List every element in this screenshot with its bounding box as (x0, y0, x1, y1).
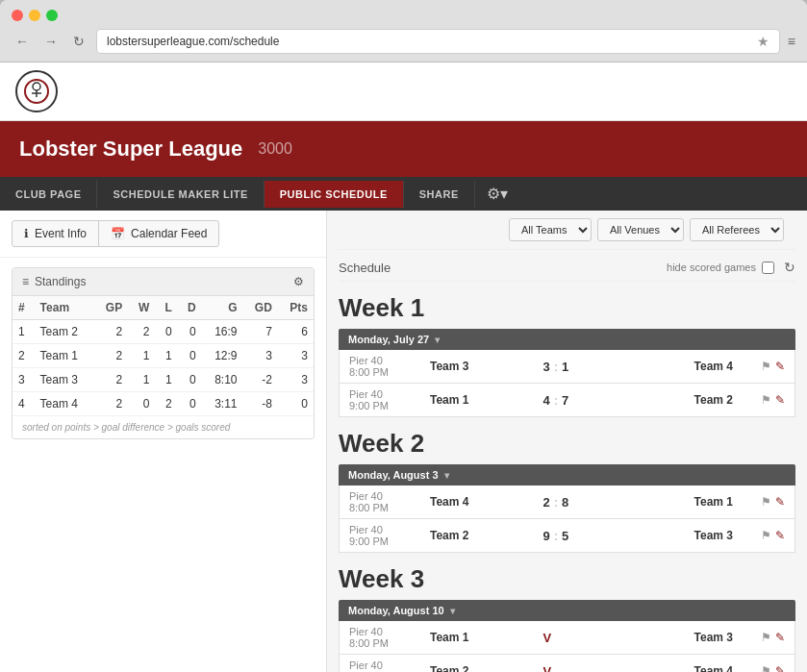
home-team: Team 3 (430, 360, 540, 373)
svg-point-1 (33, 83, 40, 90)
col-gd: GD (243, 296, 278, 320)
date-label: Monday, August 3 (348, 469, 439, 481)
settings-icon[interactable]: ⚙ (293, 275, 304, 288)
tab-club-page[interactable]: CLUB PAGE (0, 181, 97, 208)
edit-icon[interactable]: ✎ (775, 631, 785, 644)
game-row: Pier 40 9:00 PM Team 2 V Team 4 ⚑ ✎ (339, 655, 795, 672)
minimize-btn[interactable] (29, 10, 40, 21)
event-info-button[interactable]: ℹ Event Info (12, 220, 99, 247)
refresh-button[interactable]: ↻ (69, 32, 88, 51)
filter-all-teams[interactable]: All Teams (509, 218, 592, 241)
week-block: Week 3Monday, August 10 ▾ Pier 40 8:00 P… (339, 564, 795, 672)
logo-bar (0, 62, 807, 121)
score-box: 4 : 7 (543, 393, 620, 408)
edit-icon[interactable]: ✎ (775, 360, 785, 373)
week-heading: Week 3 (339, 564, 795, 594)
browser-menu-icon[interactable]: ≡ (788, 34, 795, 49)
venue-label: Pier 40 (349, 660, 426, 671)
venue-time: Pier 40 8:00 PM (349, 355, 426, 378)
date-bar: Monday, July 27 ▾ (339, 329, 795, 350)
standings-header-row: # Team GP W L D G GD Pts (13, 296, 314, 320)
venue-label: Pier 40 (349, 355, 426, 366)
refresh-schedule-icon[interactable]: ↻ (784, 260, 795, 275)
date-arrow[interactable]: ▾ (444, 470, 449, 481)
tab-public-schedule[interactable]: PUBLIC SCHEDULE (265, 181, 404, 208)
date-arrow[interactable]: ▾ (435, 335, 440, 345)
gd-cell: -2 (243, 368, 278, 392)
panel-buttons: ℹ Event Info 📅 Calendar Feed (0, 211, 326, 258)
day-block: Monday, August 3 ▾ Pier 40 8:00 PM Team … (339, 464, 795, 553)
list-icon: ≡ (22, 275, 29, 288)
game-icons: ⚑ ✎ (737, 393, 785, 407)
rank-cell: 4 (13, 392, 35, 416)
standings-title: Standings (35, 275, 86, 288)
close-btn[interactable] (12, 10, 23, 21)
tab-share[interactable]: SHARE (404, 181, 475, 208)
score-home: 9 (543, 529, 550, 543)
rank-cell: 3 (13, 368, 35, 392)
edit-icon[interactable]: ✎ (775, 529, 785, 542)
hide-scored-checkbox[interactable] (762, 261, 774, 274)
l-cell: 1 (155, 344, 177, 368)
score-value: V (543, 664, 552, 673)
game-row: Pier 40 8:00 PM Team 4 2 : 8 Team 1 ⚑ ✎ (339, 485, 795, 519)
col-gp: GP (94, 296, 128, 320)
team-cell: Team 2 (35, 320, 94, 344)
flag-icon[interactable]: ⚑ (761, 495, 771, 509)
league-header: Lobster Super League 3000 (0, 121, 807, 177)
flag-icon[interactable]: ⚑ (761, 664, 771, 672)
gp-cell: 2 (94, 320, 128, 344)
team-cell: Team 3 (35, 368, 94, 392)
score-home: 4 (543, 393, 550, 408)
venue-time: Pier 40 8:00 PM (349, 626, 426, 649)
address-bar[interactable]: lobstersuperleague.com/schedule ★ (96, 29, 780, 54)
bookmark-icon[interactable]: ★ (757, 34, 769, 49)
flag-icon[interactable]: ⚑ (761, 393, 771, 407)
calendar-feed-label: Calendar Feed (131, 227, 207, 240)
info-icon: ℹ (24, 227, 29, 240)
edit-icon[interactable]: ✎ (775, 495, 785, 509)
venue-time: Pier 40 8:00 PM (349, 490, 426, 513)
l-cell: 0 (155, 320, 177, 344)
calendar-feed-button[interactable]: 📅 Calendar Feed (98, 220, 219, 247)
browser-toolbar: ← → ↻ lobstersuperleague.com/schedule ★ … (12, 29, 795, 54)
d-cell: 0 (178, 392, 202, 416)
filter-all-venues[interactable]: All Venues (597, 218, 684, 241)
tab-schedule-maker[interactable]: SCHEDULE MAKER LITE (97, 181, 264, 208)
g-cell: 12:9 (202, 344, 243, 368)
edit-icon[interactable]: ✎ (775, 664, 785, 672)
back-button[interactable]: ← (12, 32, 33, 51)
w-cell: 1 (128, 368, 155, 392)
flag-icon[interactable]: ⚑ (761, 631, 771, 644)
hide-scored-label: hide scored games (667, 261, 756, 273)
g-cell: 3:11 (202, 392, 243, 416)
time-label: 8:00 PM (349, 366, 426, 378)
game-row: Pier 40 9:00 PM Team 1 4 : 7 Team 2 ⚑ ✎ (339, 384, 795, 417)
gear-icon[interactable]: ⚙▾ (475, 177, 519, 211)
away-team: Team 2 (624, 393, 734, 407)
filter-all-referees[interactable]: All Referees (690, 218, 784, 241)
day-block: Monday, July 27 ▾ Pier 40 8:00 PM Team 3… (339, 329, 795, 417)
edit-icon[interactable]: ✎ (775, 393, 785, 407)
forward-button[interactable]: → (40, 32, 62, 51)
event-info-label: Event Info (35, 227, 87, 240)
flag-icon[interactable]: ⚑ (761, 529, 771, 542)
date-arrow[interactable]: ▾ (450, 606, 455, 616)
score-away: 8 (562, 495, 568, 510)
league-year: 3000 (258, 140, 292, 158)
maximize-btn[interactable] (46, 10, 58, 21)
pts-cell: 3 (278, 368, 314, 392)
venue-label: Pier 40 (349, 490, 426, 502)
league-logo (15, 70, 58, 112)
home-team: Team 2 (430, 529, 540, 542)
game-icons: ⚑ ✎ (737, 360, 785, 373)
score-box: 3 : 1 (543, 360, 620, 374)
venue-time: Pier 40 9:00 PM (349, 524, 426, 547)
w-cell: 2 (128, 320, 155, 344)
w-cell: 0 (128, 392, 155, 416)
flag-icon[interactable]: ⚑ (761, 360, 771, 373)
col-d: D (178, 296, 202, 320)
browser-buttons (12, 10, 795, 21)
right-panel: All TeamsAll VenuesAll Referees Schedule… (327, 211, 807, 672)
browser-window: ← → ↻ lobstersuperleague.com/schedule ★ … (0, 0, 807, 672)
